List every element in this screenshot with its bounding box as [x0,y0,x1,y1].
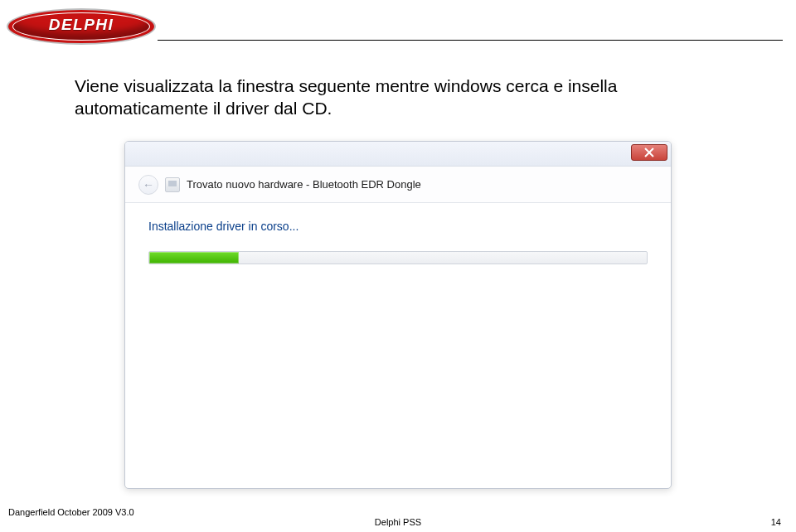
close-button[interactable] [631,144,667,161]
dialog-title: Trovato nuovo hardware - Bluetooth EDR D… [187,178,421,191]
device-icon [165,177,180,192]
found-new-hardware-dialog: ← Trovato nuovo hardware - Bluetooth EDR… [124,141,672,489]
dialog-titlebar [125,142,671,167]
dialog-body: Installazione driver in corso... [125,203,671,281]
close-icon [644,148,654,157]
dialog-header: ← Trovato nuovo hardware - Bluetooth EDR… [125,167,671,203]
back-arrow-icon: ← [143,178,154,191]
progress-bar [148,251,648,264]
page-number: 14 [771,517,781,527]
progress-fill [149,252,239,264]
delphi-logo: DELPHI [7,8,156,45]
footer-center: Delphi PSS [0,517,796,527]
logo-text: DELPHI [7,16,156,34]
header-divider [158,40,783,41]
install-status-label: Installazione driver in corso... [148,220,648,233]
back-button[interactable]: ← [138,175,158,195]
body-paragraph: Viene visualizzata la finestra seguente … [75,75,721,120]
footer-left: Dangerfield October 2009 V3.0 [8,507,134,517]
